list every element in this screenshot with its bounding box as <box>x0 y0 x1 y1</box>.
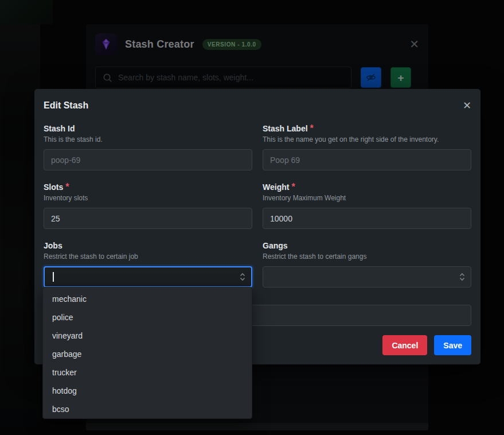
slots-label: Slots <box>44 182 63 192</box>
field-stash-label: Stash Label* This is the name you get on… <box>263 123 471 170</box>
jobs-select[interactable] <box>44 266 252 288</box>
gangs-select[interactable] <box>263 266 471 288</box>
jobs-dropdown-option[interactable]: hotdog <box>43 382 252 400</box>
save-button[interactable]: Save <box>434 335 471 355</box>
field-slots: Slots* Inventory slots <box>44 182 252 229</box>
label-row: Stash Id <box>44 123 252 134</box>
weight-helper: Inventory Maximum Weight <box>263 194 471 202</box>
stash-id-helper: This is the stash id. <box>44 135 252 143</box>
weight-label: Weight <box>263 182 289 192</box>
jobs-helper: Restrict the stash to certain job <box>44 253 252 261</box>
required-marker: * <box>65 182 69 192</box>
cancel-button[interactable]: Cancel <box>382 335 427 355</box>
jobs-dropdown-option[interactable]: vineyard <box>43 327 252 345</box>
gangs-helper: Restrict the stash to certain gangs <box>263 253 471 261</box>
jobs-dropdown-option[interactable]: mechanic <box>43 290 252 308</box>
jobs-dropdown-option[interactable]: bcso <box>43 400 252 418</box>
chevron-updown-icon <box>240 273 245 281</box>
field-stash-id: Stash Id This is the stash id. <box>44 123 252 170</box>
label-row: Slots* <box>44 182 252 192</box>
text-cursor <box>53 272 54 282</box>
field-jobs: Jobs Restrict the stash to certain job <box>44 240 252 288</box>
field-gangs: Gangs Restrict the stash to certain gang… <box>263 240 471 288</box>
slots-input[interactable] <box>44 208 252 229</box>
label-row: Jobs <box>44 240 252 251</box>
modal-title: Edit Stash <box>44 100 88 111</box>
jobs-dropdown-option[interactable]: police <box>43 308 252 327</box>
label-row: Weight* <box>263 182 471 192</box>
gangs-label: Gangs <box>263 241 288 250</box>
chevron-updown-icon <box>459 273 465 281</box>
jobs-dropdown-menu: mechanic police vineyard garbage trucker… <box>42 287 252 419</box>
jobs-dropdown-option[interactable]: trucker <box>43 363 252 382</box>
required-marker: * <box>310 123 314 133</box>
required-marker: * <box>291 182 295 192</box>
modal-header: Edit Stash ✕ <box>44 89 471 119</box>
modal-footer: Cancel Save <box>382 335 471 355</box>
stash-id-label: Stash Id <box>44 124 75 133</box>
slots-helper: Inventory slots <box>44 194 252 202</box>
modal-close-icon[interactable]: ✕ <box>463 100 471 111</box>
stash-id-input[interactable] <box>44 149 252 170</box>
label-row: Stash Label* <box>263 123 471 134</box>
stash-label-helper: This is the name you get on the right si… <box>263 135 471 143</box>
weight-input[interactable] <box>263 208 471 229</box>
stash-label-label: Stash Label <box>263 124 308 133</box>
field-weight: Weight* Inventory Maximum Weight <box>263 182 471 229</box>
screen: Stash Creator VERSION - 1.0.0 ✕ <box>0 0 504 435</box>
jobs-label: Jobs <box>44 241 62 250</box>
label-row: Gangs <box>263 240 471 251</box>
jobs-dropdown-option[interactable]: garbage <box>43 345 252 363</box>
stash-label-input[interactable] <box>263 149 471 170</box>
